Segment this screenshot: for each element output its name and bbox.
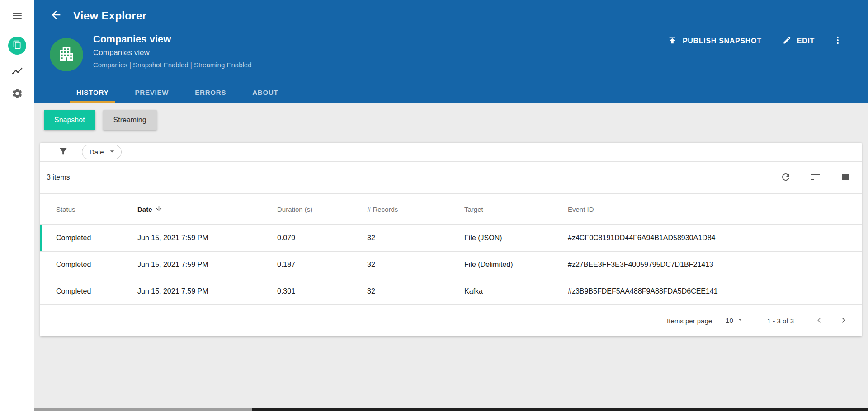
gear-icon [11,88,23,101]
line-chart-icon [11,65,24,79]
page-header: View Explorer Companies view Companies v… [34,0,868,103]
caret-down-icon [733,316,744,325]
refresh-icon [780,172,791,184]
publish-snapshot-button[interactable]: PUBLISH SNAPSHOT [667,35,762,47]
cell-date: Jun 15, 2021 7:59 PM [137,287,277,295]
view-header-text: Companies view Companies view Companies … [93,33,252,69]
edit-label: EDIT [797,37,815,45]
columns-icon [840,172,851,184]
caret-down-icon [104,147,117,157]
cell-date: Jun 15, 2021 7:59 PM [137,261,277,269]
snapshot-toggle-button[interactable]: Snapshot [44,110,95,130]
filter-bar: Date [40,143,862,162]
date-filter-label: Date [90,148,104,156]
cell-records: 32 [367,287,464,295]
cell-target: Kafka [464,287,568,295]
cell-event-id: #z4CF0C8191DD44F6A94B1AD58930A1D84 [568,234,862,242]
items-count: 3 items [47,173,70,182]
items-bar: 3 items [40,162,862,194]
sort-button[interactable] [810,172,821,184]
column-header-event-id[interactable]: Event ID [568,206,862,213]
cell-duration: 0.079 [277,234,367,242]
arrow-down-icon [152,205,163,214]
pencil-icon [783,36,797,47]
table-row[interactable]: Completed Jun 15, 2021 7:59 PM 0.079 32 … [40,224,862,251]
cell-status: Completed [56,261,137,269]
page-size-select[interactable]: 10 [724,314,745,327]
app-logo[interactable] [8,37,26,55]
chevron-right-icon [838,315,849,327]
kebab-menu-icon [833,35,848,47]
table-row[interactable]: Completed Jun 15, 2021 7:59 PM 0.301 32 … [40,278,862,304]
column-header-duration[interactable]: Duration (s) [277,206,367,213]
date-filter-chip[interactable]: Date [82,145,122,159]
chevron-left-icon [814,315,825,327]
edit-button[interactable]: EDIT [783,36,815,47]
table-row[interactable]: Completed Jun 15, 2021 7:59 PM 0.187 32 … [40,251,862,278]
main-content: Snapshot Streaming Date 3 items [34,103,868,411]
history-card: Date 3 items [40,143,862,336]
view-tabs: HISTORY PREVIEW ERRORS ABOUT [70,82,298,103]
cell-duration: 0.187 [277,261,367,269]
menu-icon [11,10,23,23]
top-bar: View Explorer [34,0,868,31]
cell-target: File (Delimited) [464,261,568,269]
sort-icon [810,172,821,184]
building-icon [57,45,75,65]
column-header-records[interactable]: # Records [367,206,464,213]
back-button[interactable] [50,9,62,23]
page-title: View Explorer [73,9,146,22]
tab-history[interactable]: HISTORY [70,82,115,103]
cell-target: File (JSON) [464,234,568,242]
cell-event-id: #z27BEE3FF3E3F40059795DC7D1BF21413 [568,261,862,269]
view-avatar [50,38,83,71]
view-subtitle: Companies view [93,48,252,57]
page-size-value: 10 [726,317,733,324]
more-options-button[interactable] [833,35,848,47]
bottom-strip-dark [252,408,868,411]
pages-logo-icon [13,40,22,51]
column-header-status[interactable]: Status [56,206,137,213]
selected-row-indicator [40,225,42,251]
column-header-target[interactable]: Target [464,206,568,213]
column-header-date[interactable]: Date [137,205,277,214]
menu-button[interactable] [11,10,23,23]
upload-icon [667,35,683,47]
cell-date: Jun 15, 2021 7:59 PM [137,234,277,242]
cell-records: 32 [367,234,464,242]
bottom-strip-light [0,408,252,411]
tab-preview[interactable]: PREVIEW [128,82,175,103]
history-type-toggles: Snapshot Streaming [44,110,157,130]
cell-records: 32 [367,261,464,269]
table-header-row: Status Date Duration (s) # Records Targe… [40,194,862,224]
streaming-toggle-button[interactable]: Streaming [103,110,157,130]
tab-errors[interactable]: ERRORS [188,82,233,103]
previous-page-button[interactable] [814,315,825,327]
columns-button[interactable] [840,172,851,184]
refresh-button[interactable] [780,172,791,184]
tab-about[interactable]: ABOUT [245,82,285,103]
cell-status: Completed [56,287,137,295]
filter-funnel-icon [58,146,68,158]
cell-event-id: #z3B9B5FDEF5AA488F9A88FDA5D6CEE141 [568,287,862,295]
app-root: View Explorer Companies view Companies v… [0,0,868,411]
analytics-nav-button[interactable] [11,65,24,79]
header-actions: PUBLISH SNAPSHOT EDIT [667,35,848,47]
filter-button[interactable] [58,146,68,158]
back-arrow-icon [50,9,62,23]
cell-duration: 0.301 [277,287,367,295]
view-meta: Companies | Snapshot Enabled | Streaming… [93,61,252,69]
next-page-button[interactable] [838,315,849,327]
left-sidebar [0,0,34,411]
cell-status: Completed [56,234,137,242]
view-title: Companies view [93,33,252,45]
publish-snapshot-label: PUBLISH SNAPSHOT [683,37,762,45]
page-range: 1 - 3 of 3 [767,317,794,325]
items-per-page-label: Items per page [667,317,712,325]
settings-nav-button[interactable] [11,88,23,101]
pagination-bar: Items per page 10 1 - 3 of 3 [40,304,862,336]
column-header-date-label: Date [137,206,152,213]
